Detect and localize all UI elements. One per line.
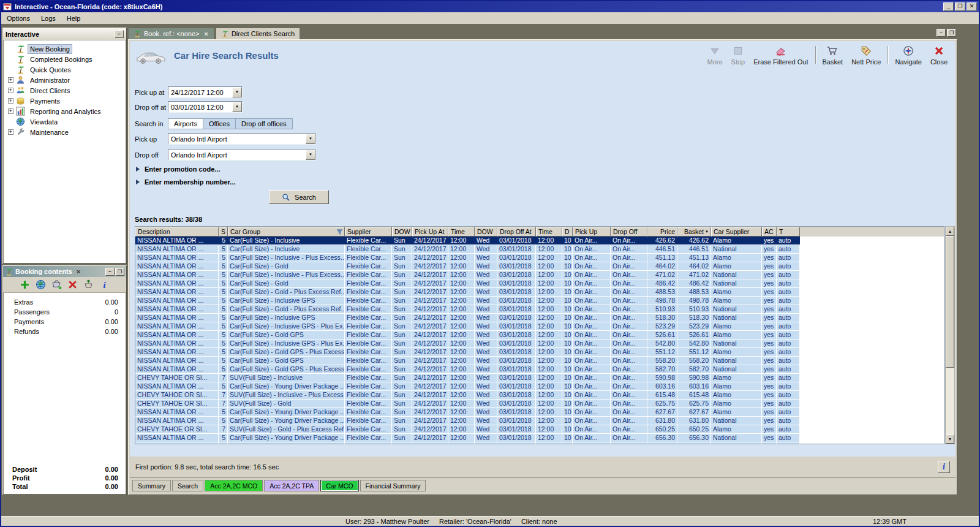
chevron-down-icon[interactable]: ▼ xyxy=(232,102,242,112)
booking-row[interactable]: Passengers0 xyxy=(4,307,126,317)
search-in-option[interactable]: Offices xyxy=(203,118,236,129)
sidebar-item[interactable]: +Maintenance xyxy=(4,127,126,137)
booking-minimize-button[interactable]: − xyxy=(105,268,115,276)
scroll-up-icon[interactable]: ▲ xyxy=(946,227,954,236)
table-row[interactable]: NISSAN ALTIMA OR ...5Car(Full Size) - Go… xyxy=(135,262,800,271)
sidebar-item[interactable]: +Payments xyxy=(4,96,126,106)
sidebar-item[interactable]: New Booking xyxy=(4,44,126,54)
chevron-down-icon[interactable]: ▼ xyxy=(232,87,242,97)
column-header[interactable]: D xyxy=(562,227,573,237)
pickup-at-combo[interactable]: 24/12/2017 12:00 ▼ xyxy=(168,86,243,98)
expand-plus-icon[interactable]: + xyxy=(8,88,13,93)
table-row[interactable]: NISSAN ALTIMA OR ...5Car(Full Size) - In… xyxy=(135,322,800,331)
column-header[interactable]: AC xyxy=(762,227,777,237)
add-icon[interactable] xyxy=(20,279,30,290)
column-header[interactable]: Pick Up At xyxy=(412,227,448,237)
membership-toggle[interactable]: Enter membership number... xyxy=(136,178,236,186)
table-row[interactable]: NISSAN ALTIMA OR ...5Car(Full Size) - Go… xyxy=(135,331,800,339)
tab-close-icon[interactable]: ✕ xyxy=(204,31,209,37)
sidebar-item[interactable]: Quick Quotes xyxy=(4,64,126,75)
vertical-scrollbar[interactable]: ▲ ▼ xyxy=(945,226,955,444)
basket-up-icon[interactable] xyxy=(83,279,94,290)
table-row[interactable]: NISSAN ALTIMA OR ...5Car(Full Size) - In… xyxy=(135,237,800,245)
column-header[interactable]: Time xyxy=(448,227,475,237)
basket-button[interactable]: Basket xyxy=(818,44,848,66)
booking-row[interactable]: Extras0.00 xyxy=(4,297,126,307)
panel-collapse-button[interactable]: − xyxy=(115,30,124,38)
column-header[interactable]: DOW xyxy=(392,227,412,237)
column-header[interactable]: Drop Off xyxy=(611,227,647,237)
chevron-down-icon[interactable]: ▼ xyxy=(306,150,315,160)
menu-options[interactable]: Options xyxy=(1,13,36,24)
booking-panel-header[interactable]: Booking contents ✕ − ❐ xyxy=(3,266,126,277)
info-icon[interactable]: i xyxy=(99,279,110,290)
table-row[interactable]: NISSAN ALTIMA OR ...5Car(Full Size) - Yo… xyxy=(135,382,800,391)
minimize-button[interactable]: _ xyxy=(943,2,954,11)
filter-funnel-icon[interactable] xyxy=(336,229,343,235)
column-header[interactable]: Car Supplier xyxy=(711,227,762,237)
sidebar-item[interactable]: +Reporting and Analytics xyxy=(4,106,126,116)
expand-plus-icon[interactable]: + xyxy=(8,98,13,104)
table-row[interactable]: NISSAN ALTIMA OR ...5Car(Full Size) - Go… xyxy=(135,279,800,288)
search-button[interactable]: Search xyxy=(269,190,329,204)
column-header[interactable]: Basket▼ xyxy=(677,227,711,237)
sheet-tab[interactable]: Acc 2A,2C TPA xyxy=(264,480,319,491)
basket-add-icon[interactable] xyxy=(51,279,62,290)
delete-icon[interactable] xyxy=(67,279,78,290)
booking-row[interactable]: Refunds0.00 xyxy=(4,327,126,336)
child-restore-button[interactable]: ❐ xyxy=(947,29,956,37)
table-row[interactable]: NISSAN ALTIMA OR ...5Car(Full Size) - Yo… xyxy=(135,434,800,442)
table-row[interactable]: NISSAN ALTIMA OR ...5Car(Full Size) - Go… xyxy=(135,357,800,365)
column-header[interactable]: Car Group xyxy=(228,227,345,237)
erase-filtered-out-button[interactable]: Erase Filtered Out xyxy=(749,44,812,66)
close-button[interactable]: Close xyxy=(926,44,952,66)
child-minimize-button[interactable]: − xyxy=(937,29,946,37)
sidebar-item[interactable]: +Administrator xyxy=(4,75,126,85)
table-row[interactable]: CHEVY TAHOE OR SI...7SUV(Full Size) - In… xyxy=(135,391,800,400)
search-in-option[interactable]: Airports xyxy=(168,118,203,129)
table-row[interactable]: NISSAN ALTIMA OR ...5Car(Full Size) - In… xyxy=(135,254,800,262)
nett-price-button[interactable]: Nett Price xyxy=(847,44,885,66)
table-row[interactable]: CHEVY TAHOE OR SI...7SUV(Full Size) - Go… xyxy=(135,425,800,434)
scrollbar-thumb[interactable] xyxy=(946,236,954,368)
table-row[interactable]: NISSAN ALTIMA OR ...5Car(Full Size) - In… xyxy=(135,339,800,348)
expand-plus-icon[interactable]: + xyxy=(8,108,13,114)
booking-restore-button[interactable]: ❐ xyxy=(115,268,124,276)
column-header[interactable]: Time xyxy=(536,227,562,237)
column-header[interactable]: S xyxy=(219,227,228,237)
table-row[interactable]: NISSAN ALTIMA OR ...5Car(Full Size) - In… xyxy=(135,271,800,279)
title-bar[interactable]: Interactive - Ocean-Florida (code: x8tiu… xyxy=(1,1,979,12)
booking-row[interactable]: Payments0.00 xyxy=(4,317,126,327)
sheet-tab[interactable]: Summary xyxy=(132,480,171,491)
search-in-option[interactable]: Drop off offices xyxy=(236,118,293,129)
promo-code-toggle[interactable]: Enter promotion code... xyxy=(136,165,220,173)
table-row[interactable]: CHEVY TAHOE OR SI...7SUV(Full Size) - Go… xyxy=(135,400,800,408)
close-button[interactable]: ✕ xyxy=(967,2,977,11)
document-tab[interactable]: Book. ref.: <none>✕ xyxy=(128,28,214,39)
column-header[interactable]: Description xyxy=(135,227,219,237)
scroll-down-icon[interactable]: ▼ xyxy=(946,434,954,444)
pickup-combo[interactable]: Orlando Intl Airport ▼ xyxy=(168,133,316,145)
sidebar-item[interactable]: Viewdata xyxy=(4,116,126,127)
table-row[interactable]: NISSAN ALTIMA OR ...5Car(Full Size) - Go… xyxy=(135,305,800,314)
column-header[interactable]: Pick Up xyxy=(573,227,611,237)
expand-plus-icon[interactable]: + xyxy=(8,77,13,83)
column-header[interactable]: DOW xyxy=(475,227,497,237)
sidebar-item[interactable]: Completed Bookings xyxy=(4,54,126,64)
table-row[interactable]: NISSAN ALTIMA OR ...5Car(Full Size) - In… xyxy=(135,297,800,305)
chevron-down-icon[interactable]: ▼ xyxy=(306,134,315,144)
sheet-tab[interactable]: Car MCO xyxy=(320,480,358,491)
table-row[interactable]: NISSAN ALTIMA OR ...5Car(Full Size) - Go… xyxy=(135,348,800,357)
maximize-button[interactable]: ❐ xyxy=(955,2,965,11)
sheet-tab[interactable]: Search xyxy=(172,480,203,491)
document-tab[interactable]: Direct Clients Search xyxy=(216,28,300,39)
sheet-tab[interactable]: Financial Summary xyxy=(360,480,426,491)
column-header[interactable]: Drop Off At xyxy=(497,227,536,237)
dropoff-combo[interactable]: Orlando Intl Airport ▼ xyxy=(168,149,316,161)
column-header[interactable]: Price xyxy=(647,227,677,237)
sheet-tab[interactable]: Acc 2A,2C MCO xyxy=(205,480,263,491)
table-row[interactable]: NISSAN ALTIMA OR ...5Car(Full Size) - Go… xyxy=(135,365,800,374)
column-header[interactable]: T xyxy=(777,227,800,237)
table-row[interactable]: NISSAN ALTIMA OR ...5Car(Full Size) - Yo… xyxy=(135,442,800,444)
table-row[interactable]: NISSAN ALTIMA OR ...5Car(Full Size) - Yo… xyxy=(135,408,800,417)
